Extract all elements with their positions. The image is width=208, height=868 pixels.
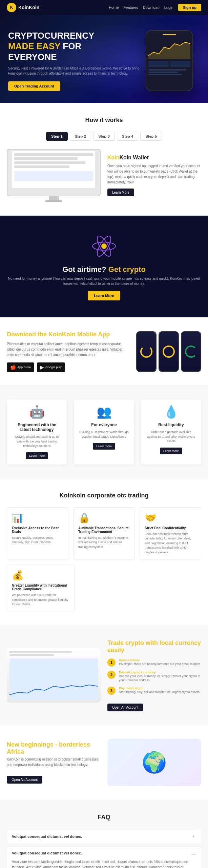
trade-step-text-1: Open Account It's simple, there are no r… — [119, 658, 200, 666]
logo-icon: K — [7, 3, 16, 12]
otc-icon-1: 📊 — [12, 512, 63, 524]
new-beginnings-section: New beginnings - borderless Africa KoinK… — [0, 725, 208, 800]
airtime-desc: No need for money anymore! (You can now … — [7, 276, 201, 286]
faq-item-1: Volutpat consequat dictumst vel donec. ﹢ — [7, 829, 201, 844]
trade-steps: 1 Open Account It's simple, there are no… — [107, 658, 201, 695]
hero-text: CRYPTOCURRENCY MADE EASY FOR EVERYONE Se… — [8, 31, 146, 91]
feature-title-3: Best liquidity — [146, 422, 196, 427]
feature-desc-2: Building a Resistance World through supp… — [79, 430, 129, 439]
faq-answer-2: Arcu vitae teanarnt facilisi gravida, fe… — [12, 856, 196, 868]
monitor-base — [45, 200, 62, 202]
trade-text: Trade crypto with local currency easily … — [107, 639, 201, 711]
step-label-2: Deposit crypto / currency — [119, 671, 201, 674]
trade-section: Trade crypto with local currency easily … — [0, 626, 208, 725]
monitor-display — [7, 149, 101, 196]
trade-step-text-3: Buy / sell crypto Start trading. Buy, se… — [119, 687, 200, 694]
wallet-title: KoinKoin Wallet — [107, 155, 201, 161]
monitor-rows — [12, 151, 96, 183]
step-num-3: 3 — [107, 687, 116, 695]
otc-card-2: 🔒 Auditable Transactions, Secure Trading… — [73, 507, 135, 560]
hero-subtitle: Security First | Powered for A Borderles… — [8, 66, 146, 76]
hero-phone-mockup — [146, 30, 200, 91]
apple-icon: 🍎 — [10, 364, 16, 370]
phone-3 — [181, 331, 201, 372]
download-text: Download the KoinKoin Mobile App Placera… — [7, 331, 129, 372]
step-content: KoinKoin Wallet Once you have signed up,… — [7, 149, 201, 202]
hero-section: CRYPTOCURRENCY MADE EASY FOR EVERYONE Se… — [0, 15, 208, 103]
appstore-button[interactable]: 🍎 App Store — [7, 362, 34, 372]
nav-link-download[interactable]: Download — [143, 5, 160, 9]
feature-card-everyone: 👥 For everyone Building a Resistance Wor… — [74, 399, 134, 465]
airtime-cta-button[interactable]: Learn More — [88, 291, 120, 300]
step-tab-3[interactable]: Step-3 — [93, 132, 115, 141]
nav-link-features[interactable]: Features — [123, 5, 138, 9]
nav-link-home[interactable]: Home — [109, 5, 119, 9]
hero-cta-button[interactable]: Open Trading Account — [8, 81, 60, 91]
faq-question-2[interactable]: Volutpat consequat dictumst vel donec. —… — [7, 847, 201, 868]
store-buttons: 🍎 App Store ▶ Google play — [7, 362, 129, 372]
logo-text: KoinKoin — [18, 5, 39, 10]
otc-icon-2: 🔒 — [78, 512, 130, 524]
nav-links: Home Features Download Login Sign up — [109, 4, 201, 11]
otc-grid: 📊 Exclusive Access to the Best Deals Sec… — [7, 507, 201, 560]
feature-learn-3[interactable]: Learn more — [160, 448, 182, 454]
step-label-3: Buy / sell crypto — [119, 687, 200, 690]
trade-step-text-2: Deposit crypto / currency Deposit your l… — [119, 671, 201, 683]
liquidity-icon: 💧 — [146, 405, 196, 419]
step-tab-1[interactable]: Step-1 — [46, 132, 68, 141]
faq-list: Volutpat consequat dictumst vel donec. ﹢… — [7, 829, 201, 868]
step-num-1: 1 — [107, 658, 116, 667]
monitor-stand — [49, 196, 59, 200]
googleplay-button[interactable]: ▶ Google play — [37, 362, 65, 372]
download-desc: Placerat dictum volputat sollicet amet, … — [7, 341, 129, 358]
phone-screen — [146, 31, 192, 91]
hero-title: CRYPTOCURRENCY MADE EASY FOR EVERYONE — [8, 31, 146, 62]
otc-card-3: 🤝 Strict Deal Confidentiality KoinKoin h… — [140, 507, 201, 560]
otc-card-desc-2: In maintaining our platform's integrity,… — [78, 536, 130, 550]
otc-card-4: 💰 Greater Liquidity with Institutional G… — [7, 565, 75, 612]
new-begin-cta[interactable]: Open An Account — [7, 776, 42, 784]
step-monitor — [7, 149, 101, 202]
trade-step-2: 2 Deposit crypto / currency Deposit your… — [107, 671, 201, 683]
everyone-icon: 👥 — [79, 405, 129, 419]
otc-title: Koinkoin corporate otc trading — [7, 492, 201, 499]
otc-card-title-4: Greater Liquidity with Institutional Gra… — [12, 584, 69, 591]
otc-card-title-2: Auditable Transactions, Secure Trading E… — [78, 526, 130, 534]
svg-point-0 — [101, 243, 107, 249]
learn-more-button[interactable]: Learn More — [107, 189, 134, 196]
faq-chevron-1: ﹢ — [191, 833, 196, 840]
step-tab-4[interactable]: Step-4 — [117, 132, 139, 141]
tms-row-2 — [9, 654, 54, 656]
trade-step-3: 3 Buy / sell crypto Start trading. Buy, … — [107, 687, 201, 695]
monitor-row — [14, 161, 85, 164]
logo[interactable]: K KoinKoin — [7, 3, 39, 12]
trade-cta-button[interactable]: Open An Account — [107, 704, 143, 711]
trade-monitor-screen — [7, 648, 101, 703]
signup-button[interactable]: Sign up — [178, 4, 201, 11]
new-begin-text: New beginnings - borderless Africa KoinK… — [7, 741, 101, 784]
step-desc-1: It's simple, there are no requirements b… — [119, 662, 200, 666]
tms-chart — [9, 658, 98, 700]
phone-2 — [159, 331, 179, 372]
monitor-row — [14, 165, 70, 168]
phone-chart — [148, 39, 190, 59]
faq-item-2: Volutpat consequat dictumst vel donec. —… — [7, 847, 201, 868]
step-label-1: Open Account — [119, 658, 200, 662]
feature-learn-2[interactable]: Learn more — [93, 443, 115, 450]
step-tab-5[interactable]: Step-5 — [140, 132, 162, 141]
how-it-works-section: How it works Step-1 Step-2 Step-3 Step-4… — [0, 103, 208, 215]
otc-card-desc-4: We partnered with OTC trade for complian… — [12, 593, 69, 607]
google-play-icon: ▶ — [40, 364, 44, 370]
feature-title-2: For everyone — [79, 422, 129, 427]
feature-desc-1: Staying ahead and staying up to date wit… — [12, 435, 62, 449]
monitor-row — [14, 157, 78, 160]
download-phones — [136, 331, 201, 372]
otc-card-desc-3: KoinKoin has implemented strict confiden… — [145, 532, 196, 555]
new-begin-image: 🌍 — [107, 739, 201, 786]
nav-link-login[interactable]: Login — [164, 5, 173, 9]
faq-question-1[interactable]: Volutpat consequat dictumst vel donec. ﹢ — [7, 829, 201, 844]
step-tab-2[interactable]: Step-2 — [70, 132, 91, 141]
atom-icon — [90, 233, 118, 260]
step-num-2: 2 — [107, 671, 116, 679]
feature-learn-1[interactable]: Learn more — [26, 452, 48, 459]
